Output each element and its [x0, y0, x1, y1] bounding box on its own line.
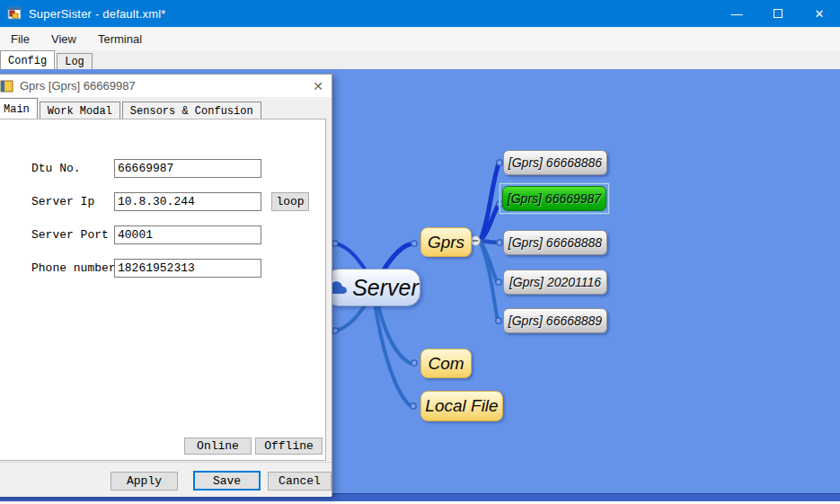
save-button[interactable]: Save	[193, 471, 261, 491]
node-com[interactable]: Com	[420, 349, 472, 378]
node-gprs-66668886[interactable]: [Gprs] 66668886	[503, 150, 607, 175]
maximize-button[interactable]	[757, 0, 799, 27]
node-gprs-66668889[interactable]: [Gprs] 66668889	[503, 308, 607, 333]
node-server[interactable]: Server	[325, 269, 420, 306]
dialog-tabstrip: Main Work Modal Sensors & Confusion	[0, 98, 332, 119]
dialog-title: Gprs [Gprs] 66669987	[20, 79, 136, 93]
node-server-label: Server	[352, 275, 419, 301]
offline-button[interactable]: Offline	[255, 438, 323, 455]
node-gprs-20201116[interactable]: [Gprs] 20201116	[503, 270, 607, 295]
menubar: File View Terminal	[0, 27, 840, 50]
window-title: SuperSister - default.xml*	[29, 7, 166, 21]
dialog-tab-main[interactable]: Main	[0, 98, 38, 119]
menu-view[interactable]: View	[40, 27, 87, 50]
phone-number-label: Phone number	[31, 261, 116, 275]
node-gprs[interactable]: Gprs	[420, 227, 472, 257]
server-port-field[interactable]	[114, 225, 261, 244]
dtu-no-label: Dtu No.	[31, 162, 81, 175]
apply-button[interactable]: Apply	[111, 472, 178, 491]
minimize-button[interactable]: —	[716, 0, 757, 27]
server-ip-label: Server Ip	[31, 195, 94, 208]
app-icon	[7, 6, 22, 21]
cancel-button[interactable]: Cancel	[268, 472, 332, 491]
dialog-bottombar: Apply Save Cancel	[0, 462, 332, 497]
server-port-label: Server Port	[31, 228, 109, 242]
app-window: SuperSister - default.xml* — ✕ File View…	[0, 0, 840, 504]
close-button[interactable]: ✕	[799, 0, 840, 27]
tab-config[interactable]: Config	[0, 50, 55, 69]
gprs-config-dialog: Gprs [Gprs] 66669987 ✕ Main Work Modal S…	[0, 74, 332, 496]
dialog-titlebar[interactable]: Gprs [Gprs] 66669987 ✕	[0, 75, 332, 98]
dtu-no-field[interactable]	[114, 159, 261, 178]
maximize-icon	[774, 9, 783, 18]
dialog-main-tabpage: Dtu No. Server Ip loop Server Port Phone…	[0, 119, 326, 461]
menu-file[interactable]: File	[0, 27, 40, 50]
selection-border: [Gprs] 66669987	[499, 182, 610, 215]
collapse-icon	[471, 236, 481, 246]
loop-button[interactable]: loop	[271, 192, 309, 211]
dialog-tab-work-modal[interactable]: Work Modal	[40, 102, 120, 119]
dialog-icon	[0, 79, 14, 93]
node-gprs-66668888[interactable]: [Gprs] 66668888	[503, 230, 607, 255]
phone-number-field[interactable]	[114, 259, 261, 278]
titlebar: SuperSister - default.xml* — ✕	[0, 0, 840, 27]
menu-terminal[interactable]: Terminal	[87, 27, 153, 50]
main-tabstrip: Config Log	[0, 50, 840, 69]
tab-log[interactable]: Log	[57, 53, 93, 69]
node-gprs-66669987-selected[interactable]: [Gprs] 66669987	[502, 186, 606, 211]
dialog-close-button[interactable]: ✕	[308, 77, 328, 95]
dialog-tab-sensors-confusion[interactable]: Sensors & Confusion	[122, 102, 261, 119]
server-ip-field[interactable]	[114, 192, 261, 211]
node-local-file[interactable]: Local File	[420, 391, 503, 421]
online-button[interactable]: Online	[184, 438, 252, 455]
